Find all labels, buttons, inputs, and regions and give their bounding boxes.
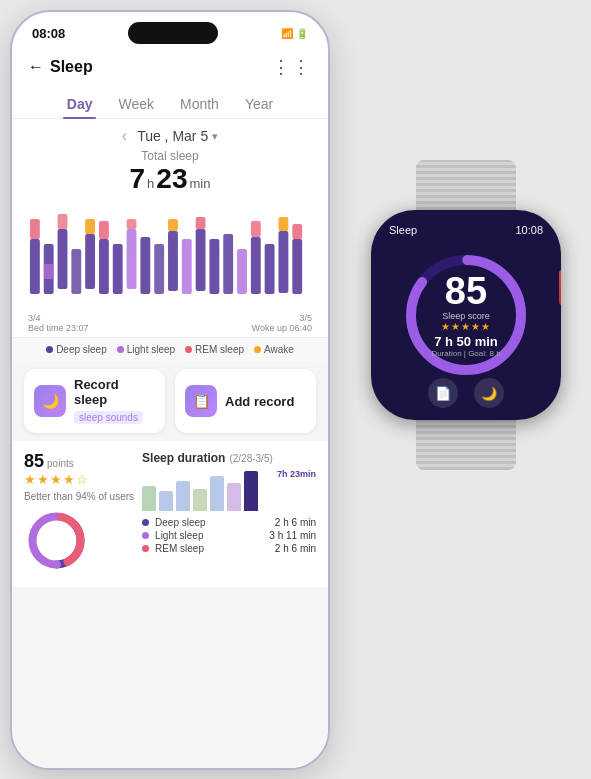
add-record-button[interactable]: 📋 Add record bbox=[175, 369, 316, 433]
legend-rem-sleep: REM sleep bbox=[185, 344, 244, 355]
svg-rect-6 bbox=[71, 249, 81, 294]
back-button[interactable]: ← Sleep bbox=[28, 58, 93, 76]
rem-sleep-label: REM sleep bbox=[195, 344, 244, 355]
phone: 08:08 📶 🔋 ← Sleep ⋮⋮ Day Week Month bbox=[10, 10, 330, 770]
tab-day[interactable]: Day bbox=[63, 90, 97, 118]
svg-rect-9 bbox=[99, 239, 109, 294]
light-sleep-breakdown-value: 3 h 11 min bbox=[269, 530, 316, 541]
stats-left: 85 points ★★★★☆ Better than 94% of users bbox=[24, 451, 134, 577]
record-sleep-content: Record sleep sleep sounds bbox=[74, 377, 155, 425]
watch-band-top bbox=[416, 160, 516, 210]
watch-ring: 85 Sleep score ★★★★★ 7 h 50 min Duration… bbox=[401, 250, 531, 380]
watch-time: 10:08 bbox=[515, 224, 543, 236]
deep-sleep-breakdown-value: 2 h 6 min bbox=[275, 517, 316, 528]
light-sleep-label: Light sleep bbox=[127, 344, 175, 355]
watch-bottom-bar: 📄 🌙 bbox=[428, 378, 504, 408]
sleep-chart: 3/4 Bed time 23:07 3/5 Woke up 06:40 bbox=[12, 201, 328, 337]
chart-label-left: 3/4 Bed time 23:07 bbox=[28, 313, 89, 333]
watch-top-bar: Sleep 10:08 bbox=[371, 224, 561, 236]
current-date[interactable]: Tue , Mar 5 ▾ bbox=[137, 128, 218, 144]
left-date: 3/4 bbox=[28, 313, 89, 323]
svg-rect-15 bbox=[154, 244, 164, 294]
light-sleep-breakdown-label: Light sleep bbox=[155, 530, 263, 541]
deep-sleep-label: Deep sleep bbox=[56, 344, 107, 355]
svg-rect-12 bbox=[127, 229, 137, 289]
minutes-unit: min bbox=[190, 176, 211, 191]
dur-bar-2 bbox=[159, 491, 173, 511]
svg-rect-20 bbox=[196, 217, 206, 229]
stats-section: 85 points ★★★★☆ Better than 94% of users bbox=[12, 441, 328, 587]
watch-score: 85 bbox=[431, 272, 500, 310]
svg-rect-29 bbox=[292, 239, 302, 294]
sleep-hours: 7 bbox=[130, 163, 146, 195]
more-button[interactable]: ⋮⋮ bbox=[272, 56, 312, 78]
status-time: 08:08 bbox=[32, 26, 65, 41]
sleep-minutes: 23 bbox=[156, 163, 187, 195]
watch-duration: 7 h 50 min bbox=[431, 334, 500, 349]
svg-rect-13 bbox=[127, 219, 137, 229]
breakdown-row: Light sleep 3 h 11 min bbox=[142, 530, 316, 541]
svg-rect-10 bbox=[99, 221, 109, 239]
total-sleep-value: 7 h 23 min bbox=[12, 163, 328, 195]
svg-rect-26 bbox=[265, 244, 275, 294]
dur-bar-3 bbox=[176, 481, 190, 511]
legend-light-sleep: Light sleep bbox=[117, 344, 175, 355]
watch-body: Sleep 10:08 85 Sleep score ★★★★★ bbox=[371, 210, 561, 420]
svg-rect-28 bbox=[278, 217, 288, 231]
dur-bar-4 bbox=[193, 489, 207, 511]
status-bar: 08:08 📶 🔋 bbox=[12, 12, 328, 48]
svg-rect-3 bbox=[44, 264, 54, 279]
date-nav: ‹ Tue , Mar 5 ▾ bbox=[12, 119, 328, 147]
watch-center: 85 Sleep score ★★★★★ 7 h 50 min Duration… bbox=[431, 272, 500, 358]
light-sleep-breakdown-dot bbox=[142, 532, 149, 539]
watch-notes-button[interactable]: 📄 bbox=[428, 378, 458, 408]
record-sleep-icon: 🌙 bbox=[34, 385, 66, 417]
awake-dot bbox=[254, 346, 261, 353]
svg-rect-25 bbox=[251, 221, 261, 237]
duration-header: Sleep duration bbox=[142, 451, 225, 465]
rem-sleep-breakdown-value: 2 h 6 min bbox=[275, 543, 316, 554]
watch-screen: Sleep 10:08 85 Sleep score ★★★★★ bbox=[371, 210, 561, 420]
svg-rect-18 bbox=[182, 239, 192, 294]
dur-bar-7 bbox=[244, 471, 258, 511]
svg-rect-23 bbox=[237, 249, 247, 294]
watch-sleep-button[interactable]: 🌙 bbox=[474, 378, 504, 408]
svg-rect-5 bbox=[58, 214, 68, 229]
record-sleep-button[interactable]: 🌙 Record sleep sleep sounds bbox=[24, 369, 165, 433]
dur-bar-1 bbox=[142, 486, 156, 511]
tab-year[interactable]: Year bbox=[241, 90, 277, 118]
deep-sleep-breakdown-label: Deep sleep bbox=[155, 517, 269, 528]
rem-sleep-breakdown-dot bbox=[142, 545, 149, 552]
rem-sleep-breakdown-label: REM sleep bbox=[155, 543, 269, 554]
svg-rect-11 bbox=[113, 244, 123, 294]
sleep-total: Total sleep 7 h 23 min bbox=[12, 147, 328, 201]
tab-week[interactable]: Week bbox=[114, 90, 158, 118]
add-record-icon: 📋 bbox=[185, 385, 217, 417]
duration-peak: 7h 23min bbox=[277, 469, 316, 479]
svg-rect-27 bbox=[278, 231, 288, 293]
svg-rect-21 bbox=[209, 239, 219, 294]
scene: 08:08 📶 🔋 ← Sleep ⋮⋮ Day Week Month bbox=[0, 0, 591, 779]
status-icons: 📶 🔋 bbox=[281, 28, 308, 39]
svg-rect-17 bbox=[168, 219, 178, 231]
wifi-icon: 📶 bbox=[281, 28, 293, 39]
chart-labels: 3/4 Bed time 23:07 3/5 Woke up 06:40 bbox=[26, 313, 314, 333]
svg-rect-22 bbox=[223, 234, 233, 294]
svg-rect-30 bbox=[292, 224, 302, 239]
tabs-bar: Day Week Month Year bbox=[12, 86, 328, 119]
breakdown-row: Deep sleep 2 h 6 min bbox=[142, 517, 316, 528]
svg-rect-4 bbox=[58, 229, 68, 289]
watch-duration-label: Duration | Goal: 8 h bbox=[431, 349, 500, 358]
stats-right: Sleep duration (2/28-3/5) 7h 23min bbox=[142, 451, 316, 577]
deep-sleep-dot bbox=[46, 346, 53, 353]
camera-notch bbox=[128, 22, 218, 44]
prev-date-button[interactable]: ‹ bbox=[122, 127, 127, 145]
back-arrow-icon: ← bbox=[28, 58, 44, 76]
points-value: 85 bbox=[24, 451, 44, 472]
duration-range: (2/28-3/5) bbox=[229, 453, 272, 464]
action-buttons: 🌙 Record sleep sleep sounds 📋 Add record bbox=[12, 361, 328, 441]
date-text: Tue , Mar 5 bbox=[137, 128, 208, 144]
tab-month[interactable]: Month bbox=[176, 90, 223, 118]
right-sub: Woke up 06:40 bbox=[252, 323, 312, 333]
dur-bar-5 bbox=[210, 476, 224, 511]
